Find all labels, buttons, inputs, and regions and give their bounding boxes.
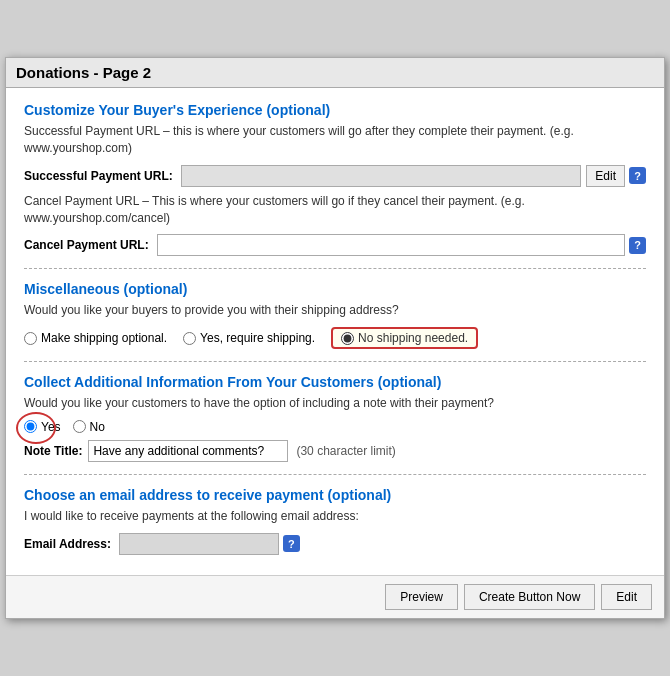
note-title-row: Note Title: (30 character limit)	[24, 440, 646, 462]
no-shipping-box: No shipping needed.	[331, 327, 478, 349]
email-desc: I would like to receive payments at the …	[24, 508, 646, 525]
create-button-now[interactable]: Create Button Now	[464, 584, 595, 610]
shipping-required-label: Yes, require shipping.	[200, 331, 315, 345]
successful-payment-help-icon[interactable]: ?	[629, 167, 646, 184]
shipping-required-option[interactable]: Yes, require shipping.	[183, 331, 315, 345]
section-email: Choose an email address to receive payme…	[24, 487, 646, 555]
yes-option[interactable]: Yes	[24, 420, 61, 434]
section-email-title: Choose an email address to receive payme…	[24, 487, 646, 503]
divider-3	[24, 474, 646, 475]
cancel-payment-label: Cancel Payment URL:	[24, 238, 149, 252]
divider-1	[24, 268, 646, 269]
cancel-payment-input[interactable]	[157, 234, 625, 256]
section-collect: Collect Additional Information From Your…	[24, 374, 646, 462]
content-area: Customize Your Buyer's Experience (optio…	[6, 88, 664, 575]
section-collect-title: Collect Additional Information From Your…	[24, 374, 646, 390]
collect-desc: Would you like your customers to have th…	[24, 395, 646, 412]
note-title-input[interactable]	[88, 440, 288, 462]
section-misc: Miscellaneous (optional) Would you like …	[24, 281, 646, 349]
shipping-optional-label: Make shipping optional.	[41, 331, 167, 345]
no-label: No	[90, 420, 105, 434]
section-misc-title: Miscellaneous (optional)	[24, 281, 646, 297]
divider-2	[24, 361, 646, 362]
shipping-optional-option[interactable]: Make shipping optional.	[24, 331, 167, 345]
note-hint: (30 character limit)	[296, 444, 395, 458]
cancel-payment-row: Cancel Payment URL: ?	[24, 234, 646, 256]
footer-buttons: Preview Create Button Now Edit	[6, 575, 664, 618]
email-address-select[interactable]	[119, 533, 279, 555]
window-title: Donations - Page 2	[6, 58, 664, 88]
section-customize: Customize Your Buyer's Experience (optio…	[24, 102, 646, 256]
shipping-options: Make shipping optional. Yes, require shi…	[24, 327, 646, 349]
section-customize-title: Customize Your Buyer's Experience (optio…	[24, 102, 646, 118]
successful-payment-label: Successful Payment URL:	[24, 169, 173, 183]
email-help-icon[interactable]: ?	[283, 535, 300, 552]
successful-payment-desc: Successful Payment URL – this is where y…	[24, 123, 646, 157]
no-shipping-radio[interactable]	[341, 332, 354, 345]
no-shipping-label: No shipping needed.	[358, 331, 468, 345]
edit-button[interactable]: Edit	[601, 584, 652, 610]
yes-label: Yes	[41, 420, 61, 434]
shipping-optional-radio[interactable]	[24, 332, 37, 345]
yes-option-highlight: Yes	[24, 420, 61, 434]
yes-radio[interactable]	[24, 420, 37, 433]
email-address-label: Email Address:	[24, 537, 111, 551]
main-window: Donations - Page 2 Customize Your Buyer'…	[5, 57, 665, 619]
successful-payment-edit-button[interactable]: Edit	[586, 165, 625, 187]
misc-desc: Would you like your buyers to provide yo…	[24, 302, 646, 319]
cancel-payment-help-icon[interactable]: ?	[629, 237, 646, 254]
email-address-row: Email Address: ?	[24, 533, 646, 555]
note-options: Yes No	[24, 420, 646, 434]
preview-button[interactable]: Preview	[385, 584, 458, 610]
cancel-payment-desc: Cancel Payment URL – This is where your …	[24, 193, 646, 227]
no-radio[interactable]	[73, 420, 86, 433]
successful-payment-input[interactable]	[181, 165, 582, 187]
shipping-required-radio[interactable]	[183, 332, 196, 345]
note-title-label: Note Title:	[24, 444, 82, 458]
successful-payment-row: Successful Payment URL: Edit ?	[24, 165, 646, 187]
no-option[interactable]: No	[73, 420, 105, 434]
